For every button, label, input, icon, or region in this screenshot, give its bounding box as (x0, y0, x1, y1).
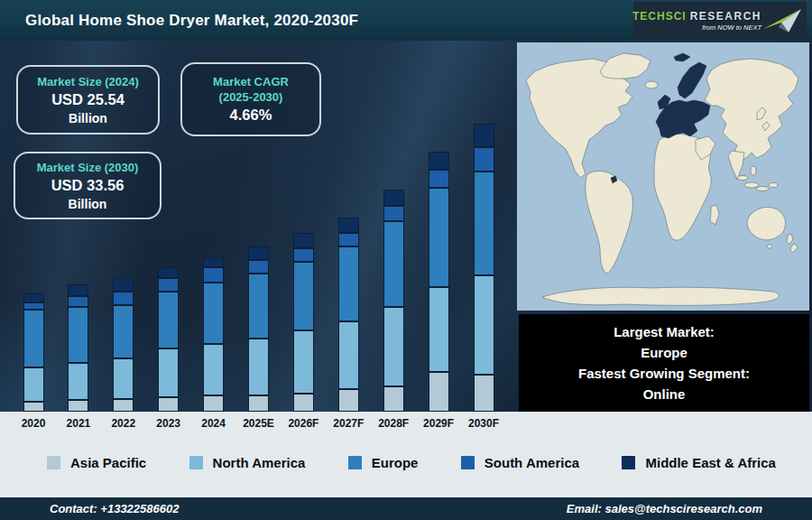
map-new-guinea (756, 187, 769, 191)
bar-2026f (293, 233, 314, 412)
bar-segment-south-america (158, 278, 179, 292)
legend-swatch-middle-east-africa (622, 456, 635, 469)
bar-chart (0, 41, 519, 412)
bar-segment-north-america (23, 367, 44, 402)
legend-item-north-america: North America (189, 455, 306, 470)
bar-segment-middle-east-africa (23, 293, 44, 302)
bar-segment-south-america (203, 267, 224, 283)
bar-segment-asia-pacific (68, 400, 88, 412)
techsci-logo: TechSci Research from NOW to NEXT (633, 2, 807, 39)
bar-2028f (383, 190, 404, 412)
bar-segment-middle-east-africa (429, 152, 449, 170)
world-map (517, 42, 809, 311)
bar-segment-europe (68, 307, 88, 363)
bar-2024 (203, 257, 224, 412)
bar-2020 (23, 293, 44, 412)
callout-fastest-segment-value: Online (643, 384, 686, 404)
bar-2030f (474, 124, 494, 412)
bar-segment-south-america (113, 292, 134, 305)
bar-segment-asia-pacific (474, 375, 494, 412)
bar-segment-north-america (383, 307, 404, 386)
x-axis-label-2026f: 2026F (288, 417, 318, 430)
legend-item-middle-east-africa: Middle East & Africa (622, 455, 775, 470)
bar-segment-europe (474, 172, 494, 275)
map-philippines (751, 166, 756, 175)
bar-segment-middle-east-africa (203, 257, 224, 267)
logo-tagline: from NOW to NEXT (702, 23, 761, 32)
bar-segment-middle-east-africa (474, 124, 494, 147)
bar-segment-asia-pacific (23, 402, 44, 412)
legend-item-europe: Europe (348, 455, 419, 470)
x-axis-label-2029f: 2029F (423, 417, 454, 430)
bar-2021 (68, 284, 88, 412)
bar-segment-south-america (474, 147, 494, 172)
bar-segment-asia-pacific (429, 372, 449, 412)
callout-largest-market-label: Largest Market: (614, 321, 715, 342)
footer-contact: Contact: +13322586602 (50, 502, 179, 515)
bar-2023 (158, 267, 179, 412)
bar-segment-asia-pacific (113, 399, 134, 412)
legend-label: Middle East & Africa (645, 455, 775, 470)
logo-arrow-icon (763, 7, 803, 34)
x-axis-label-2027f: 2027F (333, 417, 364, 430)
legend-swatch-north-america (189, 456, 203, 469)
legend-label: Asia Pacific (70, 455, 146, 470)
bar-segment-south-america (383, 206, 404, 221)
bar-segment-asia-pacific (158, 397, 179, 412)
x-axis-label-2020: 2020 (22, 417, 46, 430)
bar-segment-middle-east-africa (158, 267, 179, 278)
bar-segment-north-america (158, 348, 179, 397)
bar-segment-south-america (23, 302, 44, 310)
footer-bar: Contact: +13322586602 Email: sales@techs… (0, 497, 812, 520)
bar-segment-europe (293, 262, 314, 330)
bar-segment-europe (203, 283, 224, 344)
bar-segment-north-america (113, 358, 134, 399)
bar-segment-south-america (338, 233, 359, 246)
bar-segment-middle-east-africa (68, 284, 88, 296)
legend-label: North America (213, 455, 306, 470)
title-bar: Global Home Shoe Dryer Market, 2020-2030… (0, 0, 812, 41)
x-axis-label-2028f: 2028F (378, 417, 409, 430)
bar-segment-europe (23, 310, 44, 367)
bar-segment-middle-east-africa (293, 233, 314, 248)
legend: Asia PacificNorth AmericaEuropeSouth Ame… (0, 449, 812, 476)
bar-segment-south-america (248, 260, 269, 274)
x-axis-label-2024: 2024 (201, 417, 226, 430)
legend-swatch-south-america (461, 456, 475, 469)
page-title: Global Home Shoe Dryer Market, 2020-2030… (0, 12, 358, 30)
bar-2022 (113, 278, 134, 412)
bar-segment-asia-pacific (203, 395, 224, 412)
logo-brand-research: Research (690, 10, 761, 23)
legend-item-asia-pacific: Asia Pacific (47, 455, 146, 470)
bar-segment-middle-east-africa (113, 278, 134, 292)
bar-segment-europe (338, 246, 359, 321)
x-axis-labels: 202020212022202320242025E2026F2027F2028F… (0, 412, 519, 433)
legend-label: South America (484, 455, 579, 470)
bar-segment-middle-east-africa (248, 246, 269, 260)
bar-segment-asia-pacific (383, 386, 404, 412)
bar-segment-asia-pacific (248, 395, 269, 412)
bar-segment-north-america (68, 363, 88, 400)
bar-segment-south-america (68, 296, 88, 307)
map-iceland (645, 81, 658, 88)
callout-largest-market-value: Europe (641, 342, 687, 363)
bar-segment-middle-east-africa (383, 190, 404, 206)
legend-label: Europe (372, 455, 419, 470)
logo-text: TechSci Research from NOW to NEXT (632, 10, 761, 32)
bar-segment-europe (158, 292, 179, 348)
x-axis-label-2030f: 2030F (468, 417, 499, 430)
bar-segment-north-america (474, 275, 494, 375)
bar-segment-south-america (429, 170, 449, 188)
bar-segment-europe (113, 305, 134, 358)
x-axis-label-2025e: 2025E (243, 417, 274, 430)
infographic-page: Global Home Shoe Dryer Market, 2020-2030… (0, 0, 812, 520)
logo-brand-line: TechSci Research (632, 10, 761, 23)
bar-segment-europe (429, 188, 449, 287)
bar-segment-europe (383, 221, 404, 307)
bar-segment-north-america (429, 287, 449, 372)
bar-segment-europe (248, 274, 269, 339)
world-map-panel (517, 42, 809, 311)
bar-2025e (248, 246, 269, 412)
map-antarctica (542, 287, 779, 305)
legend-swatch-asia-pacific (47, 456, 60, 469)
